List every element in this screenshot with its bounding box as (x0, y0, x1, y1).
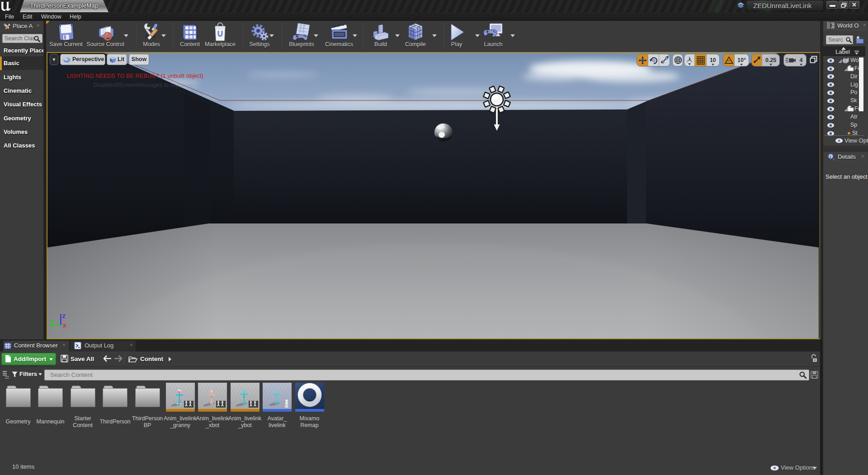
svg-text:X: X (63, 323, 66, 328)
svg-text:Z: Z (62, 314, 66, 319)
svg-text:Y: Y (51, 319, 54, 325)
svg-text:?: ? (55, 328, 58, 333)
